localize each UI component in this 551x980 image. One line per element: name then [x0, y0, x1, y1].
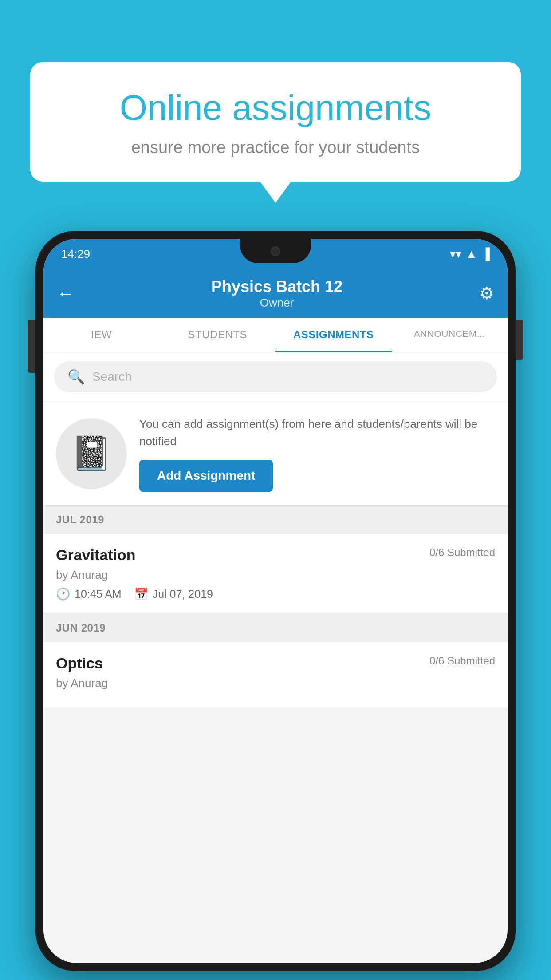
phone: 14:29 ▾▾ ▲ ▐ ← Physics Batch 12 Owner ⚙: [35, 231, 516, 971]
tabs-bar: IEW STUDENTS ASSIGNMENTS ANNOUNCEM...: [43, 318, 508, 352]
wifi-icon: ▾▾: [450, 247, 461, 261]
assignment-item-optics[interactable]: Optics 0/6 Submitted by Anurag: [43, 642, 508, 708]
search-icon: 🔍: [67, 368, 85, 385]
assignment-time-gravitation: 🕐 10:45 AM: [56, 587, 122, 601]
notch: [240, 239, 311, 263]
tab-iew[interactable]: IEW: [43, 318, 160, 352]
status-time: 14:29: [61, 247, 90, 261]
notebook-icon-circle: 📓: [56, 418, 127, 489]
phone-screen: 14:29 ▾▾ ▲ ▐ ← Physics Batch 12 Owner ⚙: [43, 239, 508, 963]
battery-icon: ▐: [482, 247, 490, 261]
app-bar-title: Physics Batch 12: [83, 277, 470, 296]
assignment-item-gravitation[interactable]: Gravitation 0/6 Submitted by Anurag 🕐 10…: [43, 534, 508, 614]
assignment-meta-gravitation: 🕐 10:45 AM 📅 Jul 07, 2019: [56, 587, 495, 601]
search-placeholder: Search: [92, 370, 132, 384]
search-container: 🔍 Search: [43, 352, 508, 401]
app-bar-title-section: Physics Batch 12 Owner: [83, 277, 470, 310]
add-assignment-description: You can add assignment(s) from here and …: [139, 415, 495, 450]
signal-icon: ▲: [466, 247, 477, 261]
phone-outer: 14:29 ▾▾ ▲ ▐ ← Physics Batch 12 Owner ⚙: [35, 231, 516, 971]
month-section-jun: JUN 2019: [43, 614, 508, 642]
search-input-wrapper[interactable]: 🔍 Search: [54, 361, 497, 392]
add-assignment-content: You can add assignment(s) from here and …: [139, 415, 495, 492]
back-button[interactable]: ←: [57, 284, 75, 304]
app-bar: ← Physics Batch 12 Owner ⚙: [43, 269, 508, 318]
time-value-gravitation: 10:45 AM: [75, 588, 122, 601]
app-bar-subtitle: Owner: [83, 296, 470, 310]
month-label-jun: JUN 2019: [56, 622, 106, 634]
assignment-name-gravitation: Gravitation: [56, 546, 135, 564]
clock-icon: 🕐: [56, 587, 70, 601]
settings-icon[interactable]: ⚙: [479, 284, 494, 303]
notebook-icon: 📓: [71, 434, 112, 473]
status-bar: 14:29 ▾▾ ▲ ▐: [43, 239, 508, 269]
calendar-icon: 📅: [134, 587, 148, 601]
assignment-author-optics: by Anurag: [56, 676, 495, 690]
date-value-gravitation: Jul 07, 2019: [153, 588, 213, 601]
add-assignment-button[interactable]: Add Assignment: [139, 460, 273, 492]
assignment-date-gravitation: 📅 Jul 07, 2019: [134, 587, 213, 601]
tab-announcements[interactable]: ANNOUNCEM...: [392, 318, 508, 352]
assignment-submitted-gravitation: 0/6 Submitted: [429, 546, 495, 559]
speech-bubble: Online assignments ensure more practice …: [30, 62, 521, 182]
status-icons: ▾▾ ▲ ▐: [450, 247, 490, 261]
month-section-jul: JUL 2019: [43, 506, 508, 534]
add-assignment-card: 📓 You can add assignment(s) from here an…: [43, 402, 508, 506]
assignment-submitted-optics: 0/6 Submitted: [429, 655, 495, 667]
bubble-title: Online assignments: [57, 87, 494, 129]
assignment-name-optics: Optics: [56, 655, 103, 672]
tab-students[interactable]: STUDENTS: [160, 318, 276, 352]
camera: [271, 246, 280, 256]
assignment-author-gravitation: by Anurag: [56, 568, 495, 582]
tab-assignments[interactable]: ASSIGNMENTS: [276, 318, 392, 352]
bubble-subtitle: ensure more practice for your students: [57, 138, 494, 157]
month-label-jul: JUL 2019: [56, 514, 104, 526]
